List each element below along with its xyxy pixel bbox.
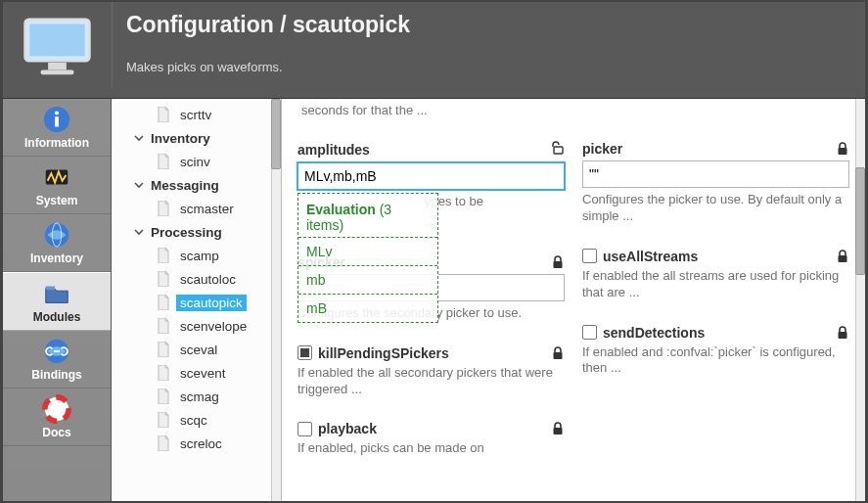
- module-tree[interactable]: scrttvInventoryscinvMessagingscmasterPro…: [112, 99, 282, 501]
- tree-item-label: scamp: [176, 248, 223, 264]
- tree-group-inventory[interactable]: Inventory: [112, 126, 281, 150]
- tree-item-label: scqc: [176, 412, 211, 429]
- param-desc: Configures the picker to use. By default…: [582, 192, 849, 225]
- chevron-down-icon[interactable]: [133, 179, 145, 191]
- tree-item-label: scinv: [176, 154, 214, 170]
- tree-group-processing[interactable]: Processing: [112, 220, 281, 244]
- params-column-left: amplitudes ypes to be ...Evaluation (3 i…: [297, 117, 565, 457]
- tree-item-label: screloc: [176, 435, 226, 452]
- params-column-right: pickerConfigures the picker to use. By d…: [582, 117, 849, 457]
- file-icon: [157, 342, 170, 357]
- param-head: picker: [582, 141, 849, 157]
- param-label: useAllStreams: [582, 249, 698, 264]
- param-killPendingSPickers: killPendingSPickersIf enabled the all se…: [297, 345, 565, 398]
- evaluation-item[interactable]: MLv: [298, 238, 437, 266]
- checkbox[interactable]: [297, 345, 312, 360]
- evaluation-popup[interactable]: Evaluation (3 items)MLvmbmB: [297, 193, 438, 323]
- nav-label: Modules: [33, 310, 81, 324]
- params-columns: amplitudes ypes to be ...Evaluation (3 i…: [297, 117, 849, 457]
- checkbox[interactable]: [582, 249, 597, 263]
- tree-item-scevent[interactable]: scevent: [112, 361, 281, 385]
- file-icon: [157, 107, 170, 122]
- left-nav: InformationSystemInventoryModulesBinding…: [3, 99, 112, 501]
- svg-rect-19: [839, 148, 847, 155]
- content-scrollbar[interactable]: [855, 99, 865, 501]
- inventory-icon: [42, 220, 71, 250]
- nav-label: System: [36, 194, 78, 207]
- tree-item-scmaster[interactable]: scmaster: [112, 197, 281, 220]
- tree-group-messaging[interactable]: Messaging: [112, 173, 281, 197]
- svg-rect-2: [48, 63, 67, 70]
- nav-item-modules[interactable]: Modules: [3, 272, 111, 331]
- checkbox[interactable]: [582, 325, 597, 340]
- param-label-text: useAllStreams: [603, 249, 698, 264]
- param-label: killPendingSPickers: [297, 345, 449, 361]
- tree-item-sceval[interactable]: sceval: [112, 338, 281, 361]
- tree-item-scqc[interactable]: scqc: [112, 408, 281, 432]
- param-head: playback: [297, 421, 565, 436]
- file-icon: [157, 365, 170, 381]
- content-scrollbar-thumb[interactable]: [855, 167, 865, 275]
- nav-item-system[interactable]: System: [3, 157, 111, 214]
- evaluation-item[interactable]: mB: [298, 295, 437, 322]
- nav-item-bindings[interactable]: Bindings: [3, 331, 111, 389]
- lock-icon[interactable]: [551, 346, 565, 360]
- param-desc: If enabled and :confval:`picker` is conf…: [582, 344, 849, 378]
- content-panel: seconds for that the ... amplitudes ypes…: [282, 99, 865, 501]
- svg-rect-20: [839, 255, 847, 262]
- param-label-text: playback: [318, 421, 377, 436]
- nav-label: Inventory: [30, 252, 83, 265]
- file-icon: [157, 412, 170, 428]
- tree-item-label: scenvelope: [176, 318, 251, 335]
- lock-icon[interactable]: [836, 326, 849, 340]
- lock-open-icon[interactable]: [551, 141, 565, 159]
- tree-item-label: scevent: [176, 365, 230, 382]
- svg-rect-17: [554, 352, 563, 359]
- svg-rect-3: [41, 69, 74, 74]
- tree-item-scautopick[interactable]: scautopick: [112, 291, 281, 314]
- tree-item-scenvelope[interactable]: scenvelope: [112, 314, 281, 338]
- evaluation-item[interactable]: mb: [298, 266, 437, 295]
- tree-group-label: Processing: [147, 224, 226, 241]
- nav-label: Docs: [42, 426, 70, 439]
- app-root: Configuration / scautopick Makes picks o…: [3, 2, 865, 501]
- param-head: sendDetections: [582, 325, 849, 341]
- nav-item-information[interactable]: Information: [3, 99, 111, 157]
- file-icon: [157, 154, 170, 169]
- docs-icon: [42, 394, 71, 424]
- lock-icon[interactable]: [836, 250, 849, 263]
- evaluation-list: MLvmbmB: [298, 237, 437, 322]
- svg-point-14: [53, 405, 61, 413]
- chevron-down-icon[interactable]: [133, 226, 145, 238]
- param-input-amplitudes[interactable]: [297, 162, 565, 190]
- param-playback: playbackIf enabled, picks can be made on: [297, 421, 565, 457]
- page-subtitle: Makes picks on waveforms.: [126, 60, 851, 74]
- checkbox[interactable]: [297, 422, 312, 436]
- param-head: amplitudes: [297, 141, 565, 159]
- lock-icon[interactable]: [836, 142, 849, 156]
- param-desc: If enabled, picks can be made on: [297, 440, 565, 457]
- tree-item[interactable]: scrttv: [112, 103, 281, 126]
- header-icon-box: [3, 2, 112, 98]
- body: InformationSystemInventoryModulesBinding…: [3, 99, 865, 501]
- param-input-picker[interactable]: [582, 160, 849, 188]
- lock-icon[interactable]: [551, 255, 565, 269]
- tree-scrollbar[interactable]: [271, 99, 281, 501]
- param-desc: If enabled the all streams are used for …: [582, 268, 849, 301]
- tree-item-scinv[interactable]: scinv: [112, 150, 281, 173]
- svg-rect-5: [55, 116, 59, 126]
- chevron-down-icon[interactable]: [133, 132, 145, 144]
- svg-rect-10: [46, 287, 55, 291]
- nav-item-docs[interactable]: Docs: [3, 389, 111, 446]
- param-useAllStreams: useAllStreamsIf enabled the all streams …: [582, 249, 849, 301]
- param-label-text: amplitudes: [297, 142, 370, 158]
- param-picker: pickerConfigures the picker to use. By d…: [582, 141, 849, 225]
- header-text: Configuration / scautopick Makes picks o…: [112, 2, 865, 88]
- tree-item-scautoloc[interactable]: scautoloc: [112, 267, 281, 291]
- tree-item-scamp[interactable]: scamp: [112, 244, 281, 267]
- tree-item-scmag[interactable]: scmag: [112, 385, 281, 408]
- lock-icon[interactable]: [551, 422, 565, 435]
- tree-scrollbar-thumb[interactable]: [271, 99, 281, 169]
- tree-item-screloc[interactable]: screloc: [112, 432, 281, 455]
- nav-item-inventory[interactable]: Inventory: [3, 214, 111, 272]
